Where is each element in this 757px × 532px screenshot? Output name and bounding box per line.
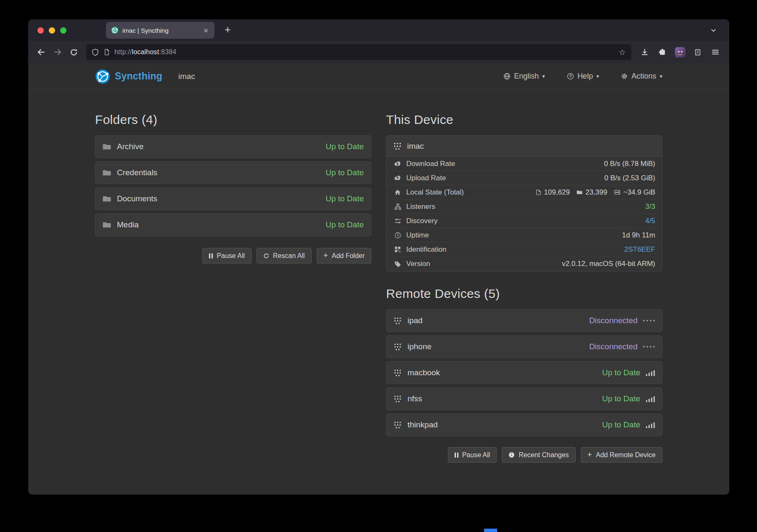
forward-button[interactable] — [50, 45, 65, 60]
tag-icon — [393, 261, 402, 267]
plus-icon: + — [588, 450, 592, 458]
pause-icon — [455, 453, 458, 458]
add-remote-device-button[interactable]: + Add Remote Device — [581, 447, 662, 463]
reload-button[interactable] — [66, 45, 82, 60]
folder-row[interactable]: Documents Up to Date — [95, 187, 371, 210]
folder-row[interactable]: Archive Up to Date — [95, 135, 371, 158]
syncthing-page: Syncthing imac English ▾ ? — [28, 63, 729, 495]
hamburger-menu-button[interactable] — [708, 45, 723, 59]
pause-all-folders-button[interactable]: Pause All — [202, 248, 251, 263]
address-bar[interactable]: http://localhost:8384 ☆ — [86, 44, 631, 60]
disconnected-dots-icon — [643, 318, 655, 324]
device-identicon-icon — [394, 395, 402, 403]
tab-title: imac | Syncthing — [122, 27, 199, 34]
gear-icon — [621, 73, 628, 80]
pause-icon — [209, 253, 213, 258]
chevron-down-icon: ▾ — [542, 73, 545, 79]
actions-menu[interactable]: Actions ▾ — [621, 72, 662, 81]
folder-row[interactable]: Credentials Up to Date — [95, 161, 371, 184]
folders-title: Folders (4) — [95, 113, 371, 127]
local-directories-count: 23,399 — [577, 188, 607, 197]
brand-name: Syncthing — [115, 71, 162, 82]
tab-list-chevron-icon[interactable] — [708, 25, 719, 36]
signal-bars-icon — [646, 396, 655, 402]
remote-device-row[interactable]: ipad Disconnected — [386, 309, 662, 332]
local-size: ~34.9 GiB — [614, 188, 655, 197]
cloud-upload-icon — [393, 175, 402, 181]
tracking-shield-icon[interactable] — [92, 49, 99, 56]
remote-device-row[interactable]: macbook Up to Date — [386, 361, 662, 384]
qr-code-icon — [393, 246, 402, 253]
syncthing-favicon-icon — [111, 26, 119, 34]
sliders-icon — [393, 218, 402, 224]
help-menu[interactable]: ? Help ▾ — [567, 72, 599, 81]
device-identicon-icon — [394, 317, 402, 325]
downloads-button[interactable] — [638, 45, 652, 59]
window-minimize-button[interactable] — [49, 27, 55, 34]
device-identicon-icon — [394, 421, 402, 429]
device-status: Up to Date — [602, 394, 641, 403]
device-status: Up to Date — [602, 368, 641, 377]
background-window-sliver — [484, 529, 497, 532]
url-text: http://localhost:8384 — [114, 48, 176, 56]
refresh-icon — [263, 253, 269, 259]
window-zoom-button[interactable] — [60, 27, 66, 34]
local-files-count: 109,629 — [536, 188, 569, 197]
desktop-background: { "glyphs": { "close_tab": "×", "new_tab… — [0, 0, 757, 532]
discovery-row: Discovery 4/5 — [386, 214, 662, 228]
device-id-link[interactable]: 2ST6EEF — [624, 245, 655, 254]
window-close-button[interactable] — [37, 27, 44, 34]
this-device-panel: imac Download Rate 0 B/s (8.78 MiB) — [386, 135, 662, 271]
folder-icon — [103, 169, 111, 176]
folder-icon — [577, 190, 582, 195]
tab-close-icon[interactable]: × — [202, 26, 209, 34]
file-icon — [536, 190, 541, 195]
bookmark-star-icon[interactable]: ☆ — [619, 48, 626, 56]
extension-icon[interactable] — [673, 45, 687, 59]
devices-column: This Device imac Download Rate 0 B/s ( — [386, 113, 662, 463]
folder-icon — [103, 143, 111, 150]
browser-window: imac | Syncthing × + http://localhost:83… — [28, 19, 729, 495]
folder-status: Up to Date — [326, 168, 364, 177]
folders-column: Folders (4) Archive Up to Date Credentia… — [95, 113, 371, 263]
main-content: Folders (4) Archive Up to Date Credentia… — [95, 90, 662, 495]
identification-row: Identification 2ST6EEF — [386, 242, 662, 257]
reader-document-button[interactable] — [691, 45, 705, 59]
add-folder-button[interactable]: + Add Folder — [317, 248, 371, 263]
folder-status: Up to Date — [326, 142, 364, 151]
extensions-puzzle-button[interactable] — [655, 45, 670, 59]
remote-device-row[interactable]: thinkpad Up to Date — [386, 413, 662, 436]
language-menu[interactable]: English ▾ — [503, 72, 545, 81]
browser-tab-bar: imac | Syncthing × + — [28, 19, 729, 41]
browser-tab[interactable]: imac | Syncthing × — [106, 22, 214, 39]
help-circle-icon: ? — [567, 73, 574, 80]
this-device-header[interactable]: imac — [386, 136, 662, 157]
pause-all-devices-button[interactable]: Pause All — [448, 447, 497, 463]
folder-status: Up to Date — [326, 194, 364, 203]
header-menus: English ▾ ? Help ▾ Actions — [503, 72, 662, 81]
remote-device-row[interactable]: iphone Disconnected — [386, 335, 662, 358]
this-device-title: This Device — [386, 113, 662, 127]
local-state-row: Local State (Total) 109,629 23,399 — [386, 185, 662, 200]
disconnected-dots-icon — [643, 344, 655, 350]
syncthing-header: Syncthing imac English ▾ ? — [28, 63, 729, 90]
page-info-icon[interactable] — [103, 49, 110, 55]
folder-status: Up to Date — [326, 220, 364, 229]
browser-nav-bar: http://localhost:8384 ☆ — [28, 41, 729, 63]
syncthing-brand[interactable]: Syncthing — [95, 69, 162, 84]
new-tab-button[interactable]: + — [221, 24, 234, 36]
rescan-all-button[interactable]: Rescan All — [257, 248, 312, 263]
info-circle-icon — [508, 452, 515, 458]
current-device-name: imac — [178, 72, 195, 81]
back-button[interactable] — [33, 45, 49, 60]
recent-changes-button[interactable]: Recent Changes — [502, 447, 575, 463]
syncthing-logo-icon — [95, 69, 110, 84]
plus-icon: + — [323, 251, 328, 259]
remote-device-row[interactable]: nfss Up to Date — [386, 387, 662, 410]
remote-devices-actions: Pause All Recent Changes + Add Remote De… — [386, 447, 662, 463]
upload-rate-row: Upload Rate 0 B/s (2.53 GiB) — [386, 171, 662, 185]
listeners-row: Listeners 3/3 — [386, 200, 662, 214]
device-identicon-icon — [394, 343, 402, 351]
folder-row[interactable]: Media Up to Date — [95, 213, 371, 236]
download-rate-row: Download Rate 0 B/s (8.78 MiB) — [386, 157, 662, 171]
